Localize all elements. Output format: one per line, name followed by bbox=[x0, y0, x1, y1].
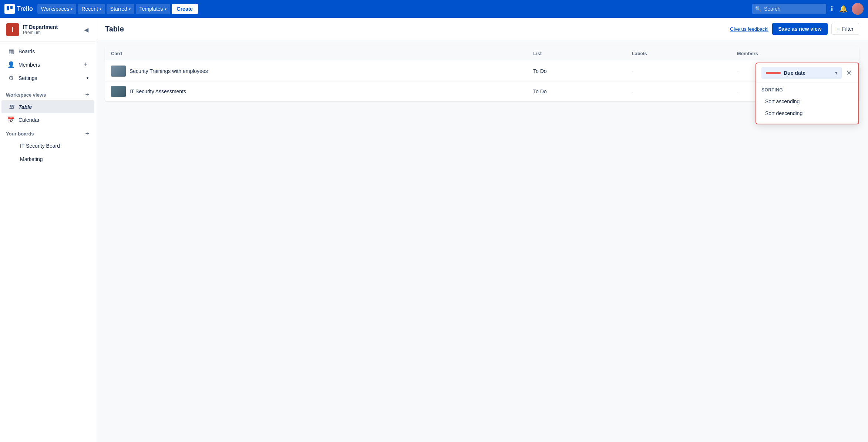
board-item-marketing[interactable]: Marketing bbox=[0, 153, 96, 166]
cell-list-2: To Do bbox=[527, 81, 626, 102]
card-cell-2: IT Security Assessments bbox=[111, 86, 521, 97]
column-labels[interactable]: Labels bbox=[626, 46, 731, 61]
sidebar-item-calendar[interactable]: 📅 Calendar bbox=[1, 113, 94, 126]
card-thumbnail-1 bbox=[111, 66, 126, 77]
dropdown-body: Sorting Sort ascending Sort descending bbox=[756, 83, 858, 124]
create-label: Create bbox=[177, 6, 193, 12]
your-boards-header: Your boards + bbox=[0, 126, 96, 139]
add-board-button[interactable]: + bbox=[84, 130, 90, 138]
page-title: Table bbox=[105, 25, 124, 33]
board-name-marketing: Marketing bbox=[20, 156, 43, 162]
sort-descending-option[interactable]: Sort descending bbox=[761, 107, 853, 119]
sidebar: I IT Department Premium ◀ ▦ Boards 👤 Mem… bbox=[0, 18, 96, 442]
column-members[interactable]: Members bbox=[731, 46, 859, 61]
labels-dot-2: · bbox=[632, 87, 634, 96]
feedback-link[interactable]: Give us feedback! bbox=[730, 26, 768, 32]
workspace-header: I IT Department Premium ◀ bbox=[0, 18, 96, 42]
sidebar-item-members[interactable]: 👤 Members + bbox=[1, 58, 94, 71]
sidebar-collapse-button[interactable]: ◀ bbox=[83, 25, 90, 35]
avatar[interactable] bbox=[852, 3, 864, 15]
column-labels-label: Labels bbox=[632, 51, 647, 56]
starred-label: Starred bbox=[110, 6, 127, 12]
table-body: Security Trainings with employees To Do … bbox=[105, 61, 859, 102]
card-thumbnail-2 bbox=[111, 86, 126, 97]
templates-label: Templates bbox=[139, 6, 163, 12]
workspaces-label: Workspaces bbox=[41, 6, 70, 12]
filter-label: Filter bbox=[842, 26, 854, 32]
dropdown-close-button[interactable]: ✕ bbox=[845, 67, 853, 78]
filter-icon: ≡ bbox=[837, 26, 840, 32]
board-item-it-security[interactable]: IT Security Board bbox=[0, 139, 96, 153]
filter-button[interactable]: ≡ Filter bbox=[831, 23, 859, 35]
members-icon: 👤 bbox=[7, 61, 15, 68]
boards-icon: ▦ bbox=[7, 48, 15, 55]
board-thumbnail-it-security bbox=[6, 142, 16, 150]
workspace-icon: I bbox=[6, 23, 19, 36]
avatar-image bbox=[852, 3, 864, 15]
save-new-view-button[interactable]: Save as new view bbox=[772, 23, 828, 35]
sorting-section-label: Sorting bbox=[761, 87, 853, 93]
starred-chevron-icon: ▾ bbox=[129, 7, 131, 11]
templates-menu[interactable]: Templates ▾ bbox=[136, 4, 170, 14]
table-row: IT Security Assessments To Do · · bbox=[105, 81, 859, 102]
your-boards-label: Your boards bbox=[6, 131, 34, 137]
topnav-right: 🔍 ℹ 🔔 bbox=[752, 3, 864, 15]
workspace-name: IT Department bbox=[23, 24, 79, 30]
create-button[interactable]: Create bbox=[172, 4, 198, 14]
trello-logo-icon bbox=[4, 4, 15, 14]
workspaces-menu[interactable]: Workspaces ▾ bbox=[37, 4, 77, 14]
workspaces-chevron-icon: ▾ bbox=[71, 7, 73, 11]
workspace-views-header: Workspace views + bbox=[0, 87, 96, 100]
templates-chevron-icon: ▾ bbox=[165, 7, 166, 11]
add-member-button[interactable]: + bbox=[83, 61, 88, 68]
dropdown-chevron-icon: ▾ bbox=[835, 70, 837, 76]
recent-menu[interactable]: Recent ▾ bbox=[78, 4, 105, 14]
main-header-actions: Give us feedback! Save as new view ≡ Fil… bbox=[730, 23, 859, 35]
members-dot-2: · bbox=[737, 87, 739, 96]
table-row: Security Trainings with employees To Do … bbox=[105, 61, 859, 81]
workspace-views-label: Workspace views bbox=[6, 92, 46, 98]
due-date-color-bar bbox=[766, 72, 781, 74]
main-header: Table Give us feedback! Save as new view… bbox=[96, 18, 868, 40]
trello-logo[interactable]: Trello bbox=[4, 4, 33, 14]
sidebar-item-boards[interactable]: ▦ Boards bbox=[1, 45, 94, 58]
calendar-label: Calendar bbox=[18, 117, 88, 123]
notifications-icon-button[interactable]: 🔔 bbox=[838, 3, 849, 14]
card-cell-1: Security Trainings with employees bbox=[111, 66, 521, 77]
trello-logo-text: Trello bbox=[17, 6, 33, 12]
sort-ascending-option[interactable]: Sort ascending bbox=[761, 96, 853, 107]
cell-list-1: To Do bbox=[527, 61, 626, 81]
settings-icon: ⚙ bbox=[7, 74, 15, 81]
add-workspace-view-button[interactable]: + bbox=[84, 91, 90, 99]
dropdown-due-date-label: Due date bbox=[784, 70, 805, 76]
settings-label: Settings bbox=[18, 75, 83, 81]
cell-card-2: IT Security Assessments bbox=[105, 81, 527, 102]
labels-dot-1: · bbox=[632, 67, 634, 75]
settings-chevron-icon: ▾ bbox=[87, 76, 88, 80]
column-list-label: List bbox=[533, 51, 542, 56]
column-members-label: Members bbox=[737, 51, 758, 56]
sidebar-item-table[interactable]: ⊞ Table bbox=[1, 100, 94, 113]
card-thumb-image-2 bbox=[111, 86, 126, 97]
info-icon-button[interactable]: ℹ bbox=[829, 3, 835, 14]
starred-menu[interactable]: Starred ▾ bbox=[107, 4, 134, 14]
svg-rect-1 bbox=[10, 6, 13, 9]
card-name-2[interactable]: IT Security Assessments bbox=[129, 88, 186, 94]
card-thumb-image-1 bbox=[111, 66, 126, 77]
card-name-1[interactable]: Security Trainings with employees bbox=[129, 68, 208, 74]
table-container: Card List Labels Members bbox=[96, 40, 868, 442]
due-date-dropdown: Due date ▾ ✕ Sorting Sort ascending Sort… bbox=[756, 63, 859, 124]
calendar-icon: 📅 bbox=[7, 116, 15, 123]
column-list[interactable]: List bbox=[527, 46, 626, 61]
table-icon: ⊞ bbox=[7, 103, 15, 110]
sidebar-nav-section: ▦ Boards 👤 Members + ⚙ Settings ▾ bbox=[0, 42, 96, 87]
members-label: Members bbox=[18, 62, 79, 68]
sidebar-item-settings[interactable]: ⚙ Settings ▾ bbox=[1, 71, 94, 84]
search-input[interactable] bbox=[752, 4, 826, 14]
table-head: Card List Labels Members bbox=[105, 46, 859, 61]
cell-labels-2: · bbox=[626, 81, 731, 102]
column-card[interactable]: Card bbox=[105, 46, 527, 61]
due-date-dropdown-button[interactable]: Due date ▾ bbox=[761, 67, 842, 79]
table-header-row: Card List Labels Members bbox=[105, 46, 859, 61]
svg-rect-0 bbox=[7, 6, 9, 10]
